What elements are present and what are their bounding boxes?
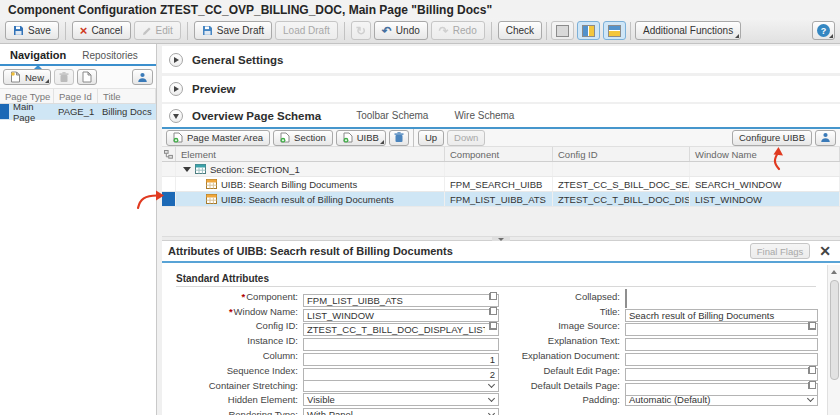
row-selector — [162, 177, 176, 191]
standard-attributes-title: Standard Attributes — [176, 273, 816, 287]
copy-icon[interactable] — [489, 292, 497, 300]
save-draft-label: Save Draft — [217, 25, 264, 36]
undo-button[interactable]: ↶ Undo — [374, 21, 428, 40]
personalize-schema-button[interactable] — [815, 130, 836, 146]
default-details-page-label: Default Details Page: — [500, 380, 620, 391]
toolbar-separator — [630, 22, 631, 40]
collapse-caret-icon[interactable] — [183, 167, 191, 172]
new-page-button[interactable]: New — [3, 69, 51, 85]
copy-icon[interactable] — [489, 307, 497, 315]
copy-icon[interactable] — [808, 366, 816, 374]
row-selector — [162, 162, 176, 176]
sequence-index-field[interactable] — [303, 368, 499, 381]
vertical-scrollbar[interactable] — [827, 265, 840, 415]
navigation-tabstrip: Navigation Repositories — [0, 44, 156, 66]
col-element: Element — [176, 147, 445, 161]
row-selector[interactable] — [162, 192, 176, 206]
save-button[interactable]: Save — [5, 21, 59, 40]
scrollbar-thumb[interactable] — [830, 280, 839, 380]
navigation-toolbar: New — [0, 66, 156, 89]
image-source-label: Image Source: — [500, 320, 620, 331]
layout-rows-icon — [608, 25, 621, 37]
window-name-label: Window Name: — [176, 306, 298, 317]
add-section-button[interactable]: Section — [273, 130, 333, 146]
move-up-button[interactable]: Up — [418, 130, 444, 146]
col-window-name: Window Name — [690, 147, 840, 161]
tab-repositories[interactable]: Repositories — [82, 50, 138, 61]
rendering-type-label: Rendering Type: — [176, 409, 298, 415]
person-icon — [820, 132, 831, 143]
config-id-label: Config ID: — [176, 320, 298, 331]
add-page-icon — [173, 132, 183, 143]
schema-toolbar: Page Master Area Section UIBB Up Down Co… — [162, 129, 840, 147]
default-edit-page-label: Default Edit Page: — [500, 365, 620, 376]
attributes-panel: Attributes of UIBB: Seacrh result of Bil… — [162, 241, 840, 415]
schema-row-list-uibb-selected[interactable]: UIBB: Seacrh result of Billing Documents… — [162, 192, 840, 207]
refresh-icon: ↻ — [356, 25, 366, 37]
collapse-toggle-icon[interactable] — [169, 109, 183, 123]
close-icon[interactable]: ✕ — [816, 244, 834, 258]
save-draft-button[interactable]: Save Draft — [194, 21, 272, 40]
toolbar-separator — [546, 22, 547, 40]
add-uibb-button[interactable]: UIBB — [336, 130, 386, 146]
sequence-index-label: Sequence Index: — [176, 365, 298, 376]
col-component: Component — [445, 147, 553, 161]
trash-icon — [394, 132, 404, 143]
toolbar-separator — [491, 22, 492, 40]
layout-rows-button[interactable] — [603, 21, 626, 40]
layout-columns-button[interactable] — [577, 21, 600, 40]
copy-icon[interactable] — [808, 381, 816, 389]
navigation-table: Page Type Page Id Title Main Page PAGE_1… — [0, 89, 156, 120]
floppy-icon — [13, 25, 24, 36]
layout-single-icon — [556, 25, 569, 37]
pencil-icon — [142, 26, 152, 36]
cell-title: Billing Docs — [98, 106, 156, 117]
help-question-icon: ? — [817, 24, 830, 37]
cancel-label: Cancel — [91, 25, 122, 36]
title-label: Title: — [500, 306, 620, 317]
up-label: Up — [425, 132, 437, 143]
toolbar-separator — [65, 22, 66, 40]
help-button[interactable]: ? — [812, 21, 835, 40]
schema-row-section[interactable]: Section: SECTION_1 — [162, 162, 840, 177]
additional-functions-button[interactable]: Additional Functions — [635, 21, 741, 40]
instance-id-label: Instance ID: — [176, 335, 298, 346]
personalize-button[interactable] — [132, 69, 153, 85]
navigation-row-main-page[interactable]: Main Page PAGE_1 Billing Docs — [0, 104, 156, 120]
check-button[interactable]: Check — [498, 21, 542, 40]
preview-title: Preview — [192, 83, 235, 95]
down-label: Down — [454, 132, 478, 143]
expand-toggle-icon[interactable] — [169, 82, 183, 96]
cell-component: FPM_SEARCH_UIBB — [445, 177, 553, 191]
scroll-up-icon[interactable] — [828, 265, 840, 278]
uibb-label: UIBB — [357, 132, 379, 143]
explanation-document-label: Explanation Document: — [500, 350, 620, 361]
rendering-type-dropdown[interactable]: With Panel — [303, 408, 499, 415]
configure-uibb-button[interactable]: Configure UIBB — [732, 130, 812, 146]
tab-wire-schema[interactable]: Wire Schema — [454, 110, 514, 121]
container-stretching-label: Container Stretching: — [176, 380, 298, 391]
check-label: Check — [506, 25, 534, 36]
copy-page-button[interactable] — [77, 69, 97, 85]
layout-single-button — [551, 21, 574, 40]
delete-element-button[interactable] — [389, 130, 409, 146]
default-details-page-field[interactable] — [625, 383, 818, 396]
cancel-button[interactable]: × Cancel — [72, 21, 131, 40]
copy-icon[interactable] — [808, 322, 816, 330]
attributes-right-column: Collapsed: Title: Image Source: Explanat… — [500, 289, 818, 407]
edit-label: Edit — [156, 25, 173, 36]
schema-row-search-uibb[interactable]: UIBB: Search Billing Documents FPM_SEARC… — [162, 177, 840, 192]
row-selector — [0, 104, 9, 119]
edit-button: Edit — [134, 21, 181, 40]
copy-icon[interactable] — [489, 322, 497, 330]
expand-toggle-icon[interactable] — [169, 53, 183, 67]
overview-page-schema-title: Overview Page Schema — [192, 110, 321, 122]
add-page-master-area-button[interactable]: Page Master Area — [166, 130, 270, 146]
tab-toolbar-schema[interactable]: Toolbar Schema — [356, 110, 428, 121]
undo-label: Undo — [396, 25, 420, 36]
hierarchy-icon — [162, 147, 176, 161]
undo-icon: ↶ — [382, 25, 392, 37]
redo-button: ↷ Redo — [431, 21, 485, 40]
tab-navigation[interactable]: Navigation — [10, 49, 66, 61]
hidden-element-dropdown[interactable]: Visible — [303, 393, 499, 406]
